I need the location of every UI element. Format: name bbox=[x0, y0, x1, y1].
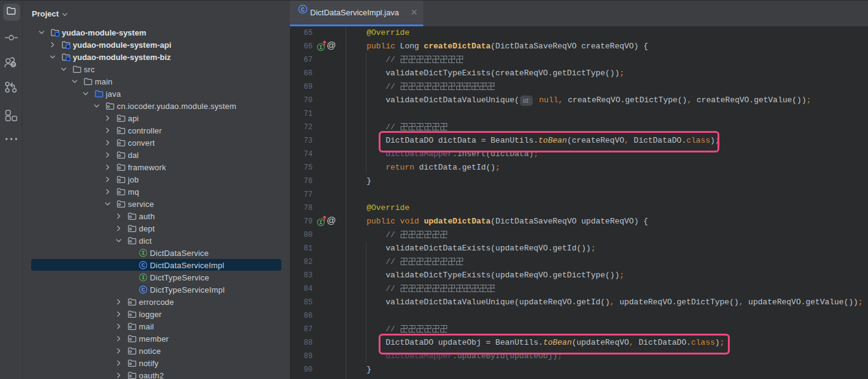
svg-text:C: C bbox=[301, 7, 305, 13]
svg-text:?: ? bbox=[12, 62, 15, 67]
svg-text:I: I bbox=[319, 220, 322, 226]
svg-text:I: I bbox=[141, 274, 145, 281]
svg-text:I: I bbox=[141, 250, 145, 257]
svg-text:C: C bbox=[141, 262, 145, 269]
svg-text:I: I bbox=[319, 45, 322, 51]
svg-text:C: C bbox=[141, 287, 145, 293]
